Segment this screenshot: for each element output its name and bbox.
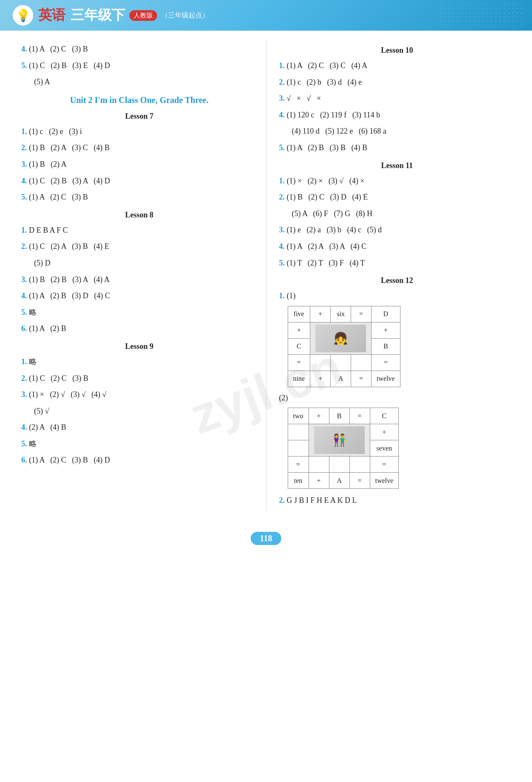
publisher-badge: 人教版 [129, 10, 157, 21]
l9-q5: 5. 略 [21, 437, 257, 451]
table-cell: five [288, 306, 310, 322]
l7-q1: 1. (1) c (2) e (3) i [21, 125, 257, 138]
table-cell [349, 457, 370, 473]
table-cell: = [351, 306, 372, 322]
table-cell [331, 354, 351, 371]
l8-q2: 2. (1) C (2) A (3) B (4) E [21, 240, 257, 253]
prev-answer-5-5: (5) A [34, 75, 257, 88]
table-cell: twelve [372, 371, 400, 387]
table-cell: B [329, 408, 349, 424]
l8-q2-5: (5) D [34, 257, 257, 270]
q5-num: 5. [21, 61, 27, 70]
table-cell: A [329, 473, 349, 489]
l9-q4: 4. (2) A (4) B [21, 421, 257, 434]
table-cell: two [288, 408, 309, 424]
table-row: 👫 + [288, 424, 399, 440]
l9-q1: 1. 略 [21, 355, 257, 368]
table-image2: 👫 [314, 426, 365, 454]
prev-answer-4: 4. (1) A (2) C (3) B [21, 43, 257, 56]
table-cell: = [288, 457, 309, 473]
l10-q5: 5. (1) A (2) B (3) B (4) B [279, 141, 515, 154]
l12-q1-label: 1. (1) [279, 289, 515, 303]
page-number-container: 118 [0, 532, 532, 554]
table-cell [309, 457, 329, 473]
lesson7-title: Lesson 7 [21, 112, 257, 121]
l7-q4: 4. (1) C (2) B (3) A (4) D [21, 174, 257, 188]
table-cell [329, 457, 349, 473]
table-row: = = [288, 457, 399, 473]
l7-q2: 2. (1) B (2) A (3) C (4) B [21, 141, 257, 154]
l9-q3: 3. (1) × (2) √ (3) √ (4) √ [21, 388, 257, 401]
table-cell: = [288, 354, 310, 371]
light-bulb-icon [13, 5, 33, 26]
table-cell: + [310, 371, 331, 387]
table-row: five + six = D [288, 306, 400, 322]
l11-q1: 1. (1) × (2) × (3) √ (4) × [279, 174, 515, 188]
table-cell: six [331, 306, 351, 322]
subject-title: 英语 [38, 6, 66, 25]
prev-answer-5: 5. (1) C (2) B (3) E (4) D [21, 59, 257, 72]
table-row: two + B = C [288, 408, 399, 424]
table-cell: seven [370, 440, 399, 457]
grade-title: 三年级下 [71, 6, 125, 25]
page-number-badge: 118 [251, 532, 282, 545]
table-cell: ten [288, 473, 309, 489]
l8-q3: 3. (1) B (2) B (3) A (4) A [21, 273, 257, 286]
l10-q2: 2. (1) c (2) b (3) d (4) e [279, 76, 515, 89]
header-subtitle: （三年级起点） [161, 11, 209, 20]
lesson12-title: Lesson 12 [279, 276, 515, 285]
table-cell [310, 354, 331, 371]
l11-q3: 3. (1) e (2) a (3) b (4) c (5) d [279, 223, 515, 237]
left-column: 4. (1) A (2) C (3) B 5. (1) C (2) B (3) … [21, 39, 266, 511]
lesson12-table2: two + B = C 👫 + seven = [288, 408, 399, 489]
q4-num: 4. [21, 45, 27, 53]
page-header: 英语 三年级下 人教版 （三年级起点） [0, 0, 532, 31]
l11-q2: 2. (1) B (2) C (3) D (4) E [279, 191, 515, 204]
table-cell: nine [288, 371, 310, 387]
l7-q5: 5. (1) A (2) C (3) B [21, 191, 257, 204]
l8-q5: 5. 略 [21, 306, 257, 319]
l11-q4: 4. (1) A (2) A (3) A (4) C [279, 240, 515, 253]
table-cell [351, 354, 372, 371]
l10-q3: 3. √ × √ × [279, 92, 515, 105]
table-cell: B [372, 338, 400, 354]
table-cell [288, 440, 309, 457]
table-cell: = [370, 457, 399, 473]
l11-q5: 5. (1) T (2) T (3) F (4) T [279, 257, 515, 270]
lesson9-title: Lesson 9 [21, 342, 257, 351]
l7-q3: 3. (1) B (2) A [21, 158, 257, 171]
table-row: nine + A = twelve [288, 371, 400, 387]
l8-q6: 6. (1) A (2) B [21, 322, 257, 335]
table-cell [288, 424, 309, 440]
q5-5-content: (5) A [34, 77, 50, 86]
l10-q4: 4. (1) 120 c (2) 119 f (3) 114 b [279, 108, 515, 122]
table-cell: + [310, 306, 331, 322]
table-cell: twelve [370, 473, 399, 489]
l10-q4b: (4) 110 d (5) 122 e (6) 168 a [292, 125, 515, 138]
table-cell: + [372, 322, 400, 338]
table-cell: = [372, 354, 400, 371]
table-cell: + [288, 322, 310, 338]
main-content: 4. (1) A (2) C (3) B 5. (1) C (2) B (3) … [0, 31, 532, 523]
table-row: + 👧 + [288, 322, 400, 338]
table-image-cell2: 👫 [309, 424, 370, 457]
right-column: Lesson 10 1. (1) A (2) C (3) C (4) A 2. … [266, 39, 515, 511]
table-cell: A [331, 371, 351, 387]
table-cell: C [288, 338, 310, 354]
l10-q1: 1. (1) A (2) C (3) C (4) A [279, 59, 515, 72]
table-image-cell: 👧 [310, 322, 372, 354]
table-cell: + [370, 424, 399, 440]
table-cell: D [372, 306, 400, 322]
l12-q1-2-label: (2) [279, 391, 515, 405]
lesson11-title: Lesson 11 [279, 161, 515, 170]
lesson12-table1: five + six = D + 👧 + C B = [288, 306, 400, 387]
table-cell: + [309, 473, 329, 489]
table-row: = = [288, 354, 400, 371]
table-image: 👧 [315, 325, 366, 352]
table-cell: = [349, 473, 370, 489]
table-cell: = [351, 371, 372, 387]
table-row: ten + A = twelve [288, 473, 399, 489]
table-cell: = [349, 408, 370, 424]
l12-q2: 2. G J B I F H E A K D L [279, 494, 515, 507]
l8-q1: 1. D E B A F C [21, 224, 257, 237]
